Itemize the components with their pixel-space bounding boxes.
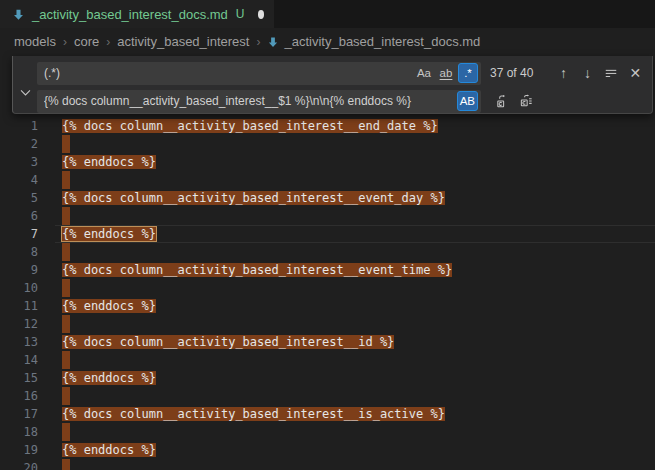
find-match[interactable]: {% docs column__activity_based_interest_… [62, 263, 452, 277]
breadcrumb-item-activity-based-interest[interactable]: activity_based_interest [117, 34, 249, 49]
line-content[interactable] [62, 171, 70, 189]
close-find-widget-button[interactable]: ✕ [624, 62, 646, 84]
editor-line[interactable]: 9{% docs column__activity_based_interest… [0, 261, 655, 279]
editor-line[interactable]: 15{% enddocs %} [0, 369, 655, 387]
line-number: 10 [0, 279, 38, 297]
line-content[interactable]: {% docs column__activity_based_interest_… [62, 189, 445, 207]
find-replace-widget: (.*) Aa ab .* 37 of 40 ↑ ↓ [12, 56, 653, 114]
replace-all-icon [519, 94, 534, 109]
replace-input[interactable]: {% docs column__activity_based_interest_… [37, 90, 481, 113]
line-content[interactable] [62, 279, 70, 297]
editor-line[interactable]: 17{% docs column__activity_based_interes… [0, 405, 655, 423]
find-input[interactable]: (.*) Aa ab .* [37, 62, 481, 85]
editor-line[interactable]: 10 [0, 279, 655, 297]
previous-match-button[interactable]: ↑ [552, 62, 574, 84]
find-match[interactable]: {% enddocs %} [62, 443, 156, 457]
find-match[interactable]: {% docs column__activity_based_interest_… [62, 191, 445, 205]
line-number: 4 [0, 171, 38, 189]
line-number: 6 [0, 207, 38, 225]
breadcrumb: models › core › activity_based_interest … [0, 28, 655, 55]
line-content[interactable] [62, 315, 70, 333]
line-number: 18 [0, 423, 38, 441]
editor-line[interactable]: 20 [0, 459, 655, 470]
line-content[interactable] [62, 207, 70, 225]
line-content[interactable]: {% docs column__activity_based_interest_… [62, 405, 445, 423]
line-number: 16 [0, 387, 38, 405]
line-content[interactable]: {% enddocs %} [62, 369, 156, 387]
editor-line[interactable]: 2 [0, 135, 655, 153]
find-match[interactable]: {% docs column__activity_based_interest_… [62, 335, 394, 349]
editor-line[interactable]: 6 [0, 207, 655, 225]
tab-filename: _activity_based_interest_docs.md [32, 7, 228, 22]
editor-line[interactable]: 8 [0, 243, 655, 261]
editor-line[interactable]: 3{% enddocs %} [0, 153, 655, 171]
current-find-match[interactable]: {% enddocs %} [62, 227, 156, 241]
line-number: 8 [0, 243, 38, 261]
line-number: 9 [0, 261, 38, 279]
unsaved-changes-dot[interactable] [258, 10, 264, 19]
editor-line[interactable]: 16 [0, 387, 655, 405]
line-content[interactable] [62, 387, 70, 405]
editor-tab[interactable]: _activity_based_interest_docs.md U [0, 0, 274, 28]
arrow-down-icon: ↓ [584, 65, 591, 81]
replace-icon [495, 94, 510, 109]
replace-all-button[interactable] [515, 90, 537, 112]
breadcrumb-item-core[interactable]: core [74, 34, 99, 49]
find-match[interactable]: {% enddocs %} [62, 155, 156, 169]
line-number: 5 [0, 189, 38, 207]
whole-word-toggle[interactable]: ab [436, 63, 456, 83]
empty-line-match-highlight [62, 279, 70, 297]
toggle-replace-button[interactable] [13, 56, 37, 113]
line-content[interactable] [62, 423, 70, 441]
find-in-selection-button[interactable] [600, 62, 622, 84]
empty-line-match-highlight [62, 243, 70, 261]
line-content[interactable]: {% docs column__activity_based_interest_… [62, 117, 438, 135]
line-number: 1 [0, 117, 38, 135]
empty-line-match-highlight [62, 387, 70, 405]
line-number: 12 [0, 315, 38, 333]
editor-line[interactable]: 14 [0, 351, 655, 369]
line-content[interactable] [62, 351, 70, 369]
editor-line[interactable]: 18 [0, 423, 655, 441]
empty-line-match-highlight [62, 351, 70, 369]
editor-line[interactable]: 12 [0, 315, 655, 333]
editor-pane[interactable]: 1{% docs column__activity_based_interest… [0, 55, 655, 470]
line-content[interactable]: {% enddocs %} [62, 441, 156, 459]
line-content[interactable]: {% docs column__activity_based_interest_… [62, 333, 394, 351]
line-number: 19 [0, 441, 38, 459]
empty-line-match-highlight [62, 459, 70, 470]
breadcrumb-item-file[interactable]: _activity_based_interest_docs.md [267, 34, 480, 49]
editor-line[interactable]: 4 [0, 171, 655, 189]
line-number: 14 [0, 351, 38, 369]
line-content[interactable] [62, 459, 70, 470]
line-content[interactable] [62, 243, 70, 261]
editor-line[interactable]: 5{% docs column__activity_based_interest… [0, 189, 655, 207]
line-content[interactable]: {% enddocs %} [62, 153, 156, 171]
regex-toggle[interactable]: .* [458, 63, 478, 83]
find-input-value: (.*) [44, 66, 412, 80]
breadcrumb-item-models[interactable]: models [14, 34, 56, 49]
line-content[interactable] [62, 135, 70, 153]
git-status-badge: U [236, 7, 245, 21]
line-content[interactable]: {% enddocs %} [62, 225, 156, 243]
editor-line[interactable]: 19{% enddocs %} [0, 441, 655, 459]
next-match-button[interactable]: ↓ [576, 62, 598, 84]
line-number: 11 [0, 297, 38, 315]
editor-line[interactable]: 11{% enddocs %} [0, 297, 655, 315]
match-case-toggle[interactable]: Aa [414, 63, 434, 83]
match-count: 37 of 40 [490, 66, 533, 80]
find-match[interactable]: {% docs column__activity_based_interest_… [62, 407, 445, 421]
line-content[interactable]: {% enddocs %} [62, 297, 156, 315]
line-number: 7 [0, 225, 38, 243]
line-content[interactable]: {% docs column__activity_based_interest_… [62, 261, 452, 279]
find-match[interactable]: {% docs column__activity_based_interest_… [62, 119, 438, 133]
editor-line[interactable]: 1{% docs column__activity_based_interest… [0, 117, 655, 135]
editor-line[interactable]: 13{% docs column__activity_based_interes… [0, 333, 655, 351]
replace-button[interactable] [491, 90, 513, 112]
editor-line[interactable]: 7{% enddocs %} [0, 225, 655, 243]
empty-line-match-highlight [62, 207, 70, 225]
find-match[interactable]: {% enddocs %} [62, 299, 156, 313]
preserve-case-toggle[interactable]: AB [457, 91, 478, 111]
empty-line-match-highlight [62, 423, 70, 441]
find-match[interactable]: {% enddocs %} [62, 371, 156, 385]
